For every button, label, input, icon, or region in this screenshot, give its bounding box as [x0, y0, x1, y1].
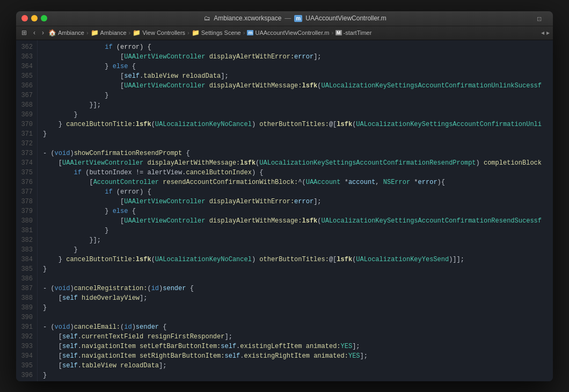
line-373: - (void)showConfirmationResendPrompt {: [43, 149, 553, 158]
line-380: [UAAlertViewController displayAlertWithM…: [43, 216, 553, 226]
line-382: }];: [43, 235, 553, 245]
line-397: [43, 380, 553, 381]
line-375: if (buttonIndex != alertView.cancelButto…: [43, 168, 553, 177]
code-content[interactable]: if (error) { [UAAlertViewController disp…: [38, 40, 553, 381]
line-384: } cancelButtonTitle:lsfk(UALocalizationK…: [43, 255, 553, 264]
nav-label-method: -startTimer: [344, 29, 372, 36]
line-389: }: [43, 303, 553, 313]
title-bar: 🗂 Ambiance.xcworkspace — m UAAccountView…: [16, 11, 553, 26]
line-395: [self.tableView reloadData];: [43, 361, 553, 371]
nav-prev-arrow[interactable]: ◂: [541, 29, 544, 36]
line-369: }: [43, 110, 553, 120]
nav-label-viewcontrollers: View Controllers: [142, 29, 185, 36]
folder-icon-1: 📁: [91, 29, 99, 36]
line-394: [self.navigationItem setRightBarButtonIt…: [43, 351, 553, 361]
line-391: - (void)cancelEmail:(id)sender {: [43, 322, 553, 332]
nav-item-method[interactable]: M -startTimer: [335, 29, 371, 36]
nav-item-viewcontrollers[interactable]: 📁 View Controllers: [133, 29, 185, 36]
line-381: }: [43, 226, 553, 235]
workspace-name: Ambiance.xcworkspace: [214, 14, 281, 22]
line-388: [self hideOverlayView];: [43, 293, 553, 303]
line-385: }: [43, 264, 553, 274]
line-362: if (error) {: [43, 42, 553, 52]
nav-sep-4: ›: [243, 29, 245, 36]
line-numbers: 3623633643653663673683693703713723733743…: [16, 40, 38, 381]
line-379: } else {: [43, 206, 553, 216]
folder-icon-2: 📁: [133, 29, 141, 36]
nav-sep-3: ›: [187, 29, 189, 36]
folder-icon-3: 📁: [192, 29, 200, 36]
nav-item-ambiance-folder[interactable]: 📁 Ambiance: [91, 29, 127, 36]
forward-button[interactable]: ›: [40, 28, 46, 37]
traffic-lights: [21, 15, 47, 21]
line-363: [UAAlertViewController displayAlertWithE…: [43, 52, 553, 62]
root-icon: 🏠: [48, 29, 56, 36]
nav-label-ambiance-root: Ambiance: [58, 29, 84, 36]
line-366: [UAAlertViewController displayAlertWithM…: [43, 81, 553, 91]
line-390: [43, 313, 553, 322]
xcode-window: 🗂 Ambiance.xcworkspace — m UAAccountView…: [16, 11, 553, 381]
line-372: [43, 139, 553, 149]
nav-item-settings[interactable]: 📁 Settings Scene: [192, 29, 241, 36]
line-365: [self.tableView reloadData];: [43, 71, 553, 81]
nav-label-ambiance-folder: Ambiance: [100, 29, 127, 36]
sidebar-toggle[interactable]: ⊞: [19, 28, 29, 37]
title-bar-text: 🗂 Ambiance.xcworkspace — m UAAccountView…: [54, 14, 537, 22]
nav-item-file[interactable]: m UAAccountViewController.m: [247, 29, 329, 36]
nav-bar: ⊞ ‹ › 🏠 Ambiance › 📁 Ambiance › 📁 View C…: [16, 26, 553, 40]
nav-sep-1: ›: [86, 29, 89, 36]
nav-label-file: UAAccountViewController.m: [255, 29, 329, 36]
line-364: } else {: [43, 62, 553, 71]
back-button[interactable]: ‹: [31, 28, 38, 37]
line-393: [self.navigationItem setLeftBarButtonIte…: [43, 342, 553, 351]
title-separator: —: [284, 14, 291, 22]
title-bar-spacer: ⊡: [537, 13, 548, 23]
line-367: }: [43, 91, 553, 100]
nav-item-ambiance-root[interactable]: 🏠 Ambiance: [48, 29, 84, 36]
maximize-button[interactable]: [41, 15, 47, 21]
close-button[interactable]: [21, 15, 28, 21]
line-376: [AccountController resendAccountConfirma…: [43, 177, 553, 187]
line-374: [UAAlertViewController displayAlertWithM…: [43, 158, 553, 168]
line-370: } cancelButtonTitle:lsfk(UALocalizationK…: [43, 120, 553, 129]
nav-label-settings: Settings Scene: [201, 29, 241, 36]
file-icon: m: [294, 15, 302, 22]
line-378: [UAAlertViewController displayAlertWithE…: [43, 197, 553, 206]
nav-arrows: ◂ ▸: [541, 29, 550, 36]
line-377: if (error) {: [43, 187, 553, 197]
nav-sep-5: ›: [331, 29, 333, 36]
method-badge: M: [335, 30, 342, 35]
nav-sep-2: ›: [129, 29, 131, 36]
file-badge: m: [247, 30, 253, 35]
collapse-button[interactable]: ⊡: [537, 16, 542, 22]
line-392: [self.currentTextField resignFirstRespon…: [43, 332, 553, 342]
line-387: - (void)cancelRegistration:(id)sender {: [43, 284, 553, 293]
line-368: }];: [43, 100, 553, 110]
code-editor[interactable]: 3623633643653663673683693703713723733743…: [16, 40, 553, 381]
line-383: }: [43, 245, 553, 255]
line-386: [43, 274, 553, 284]
line-371: }: [43, 129, 553, 139]
minimize-button[interactable]: [31, 15, 38, 21]
line-396: }: [43, 371, 553, 380]
file-name: UAAccountViewController.m: [305, 14, 386, 22]
nav-next-arrow[interactable]: ▸: [546, 29, 550, 36]
workspace-icon: 🗂: [204, 14, 210, 22]
